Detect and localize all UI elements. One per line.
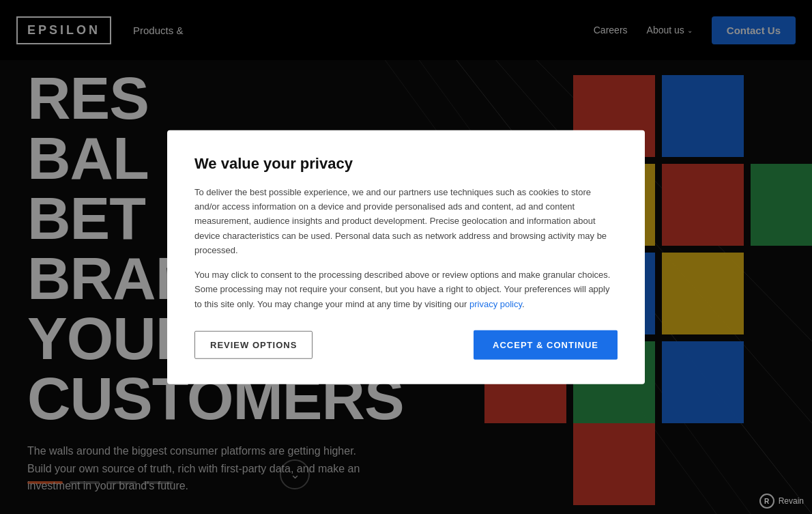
modal-actions: REVIEW OPTIONS ACCEPT & CONTINUE — [194, 330, 618, 360]
revain-icon: R — [759, 494, 774, 509]
privacy-modal: We value your privacy To deliver the bes… — [167, 130, 645, 384]
privacy-policy-link[interactable]: privacy policy — [469, 298, 522, 309]
revain-badge: R Revain — [759, 494, 804, 509]
accept-continue-button[interactable]: ACCEPT & CONTINUE — [474, 330, 618, 360]
modal-title: We value your privacy — [194, 154, 618, 172]
modal-para1: To deliver the best possible experience,… — [194, 184, 618, 257]
review-options-button[interactable]: REVIEW OPTIONS — [194, 331, 313, 359]
modal-para2: You may click to consent to the processi… — [194, 267, 618, 311]
